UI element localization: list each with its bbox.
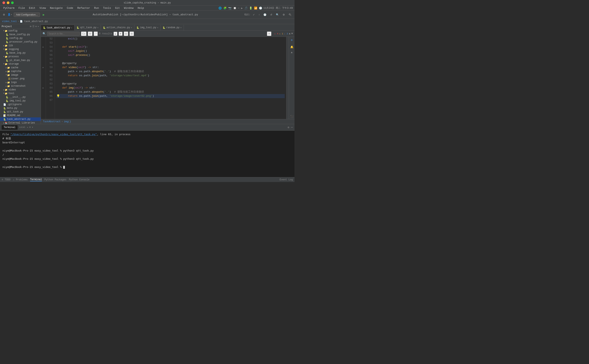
sidebar-item-meta[interactable]: 🐍 meta.py [0,106,41,110]
search-regex[interactable]: .* [94,32,98,36]
tab-close-3[interactable]: ✕ [131,26,132,29]
sidebar-item-tool[interactable]: ▼ 📁 tool [0,92,41,95]
tab-action-chains[interactable]: 🐍 action_chains.py ✕ [101,25,134,31]
terminal-tab-close[interactable]: ✕ [27,126,28,129]
sidebar-item-config[interactable]: ▼ 📁 config [0,29,41,33]
collapse-all[interactable]: ⊞ [30,25,31,28]
maximize-button[interactable] [11,1,14,4]
expand-warnings[interactable]: ▲ [289,32,291,35]
menu-code[interactable]: Code [65,6,75,10]
sidebar-item-processor-config[interactable]: 🐍 processor_config.py [0,40,41,44]
right-icon-settings[interactable]: ⚙ [289,38,294,43]
sidebar-item-cover-png[interactable]: 🖼 cover.png [0,77,41,81]
git-revert[interactable]: ↺ [269,13,273,17]
tab-qtt-task[interactable]: 🐍 qtt_task.py ✕ [74,25,101,31]
fold-line-59[interactable]: ▶ [41,65,45,70]
terminal-settings-icon[interactable]: ⚙ [288,126,289,129]
settings-gear[interactable]: ⚙ [281,13,286,17]
right-icon-expand[interactable]: ⬛ [289,114,294,119]
menu-edit[interactable]: Edit [27,6,37,10]
sidebar-item-logging[interactable]: ▼ 📁 logging [0,47,41,51]
tab-close-4[interactable]: ✕ [157,26,158,29]
settings-button[interactable]: ⚙ [2,13,6,17]
settings-sidebar[interactable]: ⚙ [35,25,37,28]
sidebar-item-img-tool[interactable]: 🐍 img_tool.py [0,99,41,103]
tab-close-5[interactable]: ✕ [180,26,181,29]
sidebar-item-lib[interactable]: ▶ 📁 lib [0,44,41,47]
sidebar-item-task-abstract[interactable]: 🐍 task_abstract.py [0,117,41,121]
sidebar-item-qtt-task[interactable]: 🐍 qtt_task.py [0,110,41,114]
bottom-item-todo[interactable]: ≡ TODO [2,178,10,181]
menu-pycharm[interactable]: PyCharm [2,6,16,10]
search-multiline[interactable]: ⊟ [124,32,128,36]
menu-run[interactable]: Run [92,6,100,10]
bottom-item-terminal[interactable]: Terminal [30,178,42,181]
sidebar-item-base-config[interactable]: 🐍 base_config.py [0,33,41,36]
tab-img-tool[interactable]: 🐍 img_tool.py ✕ [134,25,161,31]
sidebar-item-base-log[interactable]: 🐍 base_log.py [0,51,41,55]
tab-close-2[interactable]: ✕ [97,26,98,29]
search-everywhere[interactable]: 🔍 [275,13,280,17]
menu-window[interactable]: Window [122,6,135,10]
sidebar-item-cache[interactable]: ▶ 📁 cache [0,66,41,70]
terminal-file-link[interactable]: "/Users/lishiye/pythonSrc/easy_video_too… [10,133,97,136]
sidebar-item-config-py[interactable]: 🐍 config.py [0,36,41,40]
add-configuration-button[interactable]: Add Configuration... [14,13,40,17]
sidebar-item-logs[interactable]: ▶ 📁 logs [0,81,41,84]
right-icon-notifications[interactable]: 🔔 [289,45,294,50]
sidebar-item-image[interactable]: ▼ 📁 image [0,73,41,77]
terminal-close-button[interactable]: — [291,126,293,129]
breadcrumb-method[interactable]: img() [64,120,71,123]
lightbulb-icon[interactable]: 💡 [57,94,60,98]
bottom-item-packages[interactable]: Python Packages [44,178,66,181]
menu-view[interactable]: View [38,6,47,10]
menu-navigate[interactable]: Navigate [48,6,64,10]
right-icon-chevron-up[interactable]: ▲ [289,50,294,55]
sidebar-item-captcha[interactable]: ▶ 📁 captcha [0,70,41,73]
search-filter[interactable]: ⊞ [129,32,134,36]
sidebar-item-screenshot[interactable]: ▶ 📁 screenshot [0,84,41,88]
menu-git[interactable]: Git [114,6,122,10]
scroll-gutter[interactable] [286,37,289,119]
plugins-button[interactable]: 🔌 [287,13,293,17]
breadcrumb-parent[interactable]: video_tool [2,20,17,23]
bottom-item-event-log[interactable]: Event Log [279,178,293,181]
git-checkmark[interactable]: ✓ [252,13,256,17]
bottom-item-console[interactable]: Python Console [69,178,90,181]
terminal-tab-terminal[interactable]: Terminal [2,125,18,130]
search-match-case[interactable]: Cc [81,32,86,36]
fold-line-64[interactable]: ▶ [41,86,45,90]
breadcrumb-class[interactable]: TaskAbstract [43,120,60,123]
code-lines[interactable]: exit() def start(self): self.login() [55,37,286,119]
search-whole-word[interactable]: W [88,32,92,36]
tab-close-1[interactable]: ✕ [71,26,72,29]
sidebar-item-yi-dian[interactable]: 🐍 yi_dian_hao.py [0,58,41,62]
terminal-add-button[interactable]: + [29,126,31,129]
run-button[interactable]: ▶ [41,13,46,17]
menu-refactor[interactable]: Refactor [76,6,92,10]
collapse-warnings[interactable]: ▼ [291,32,293,35]
bottom-item-problems[interactable]: ⚠ Problems [13,178,28,181]
fold-line-54[interactable]: ▶ [41,45,45,49]
sidebar-item-process[interactable]: ▼ 📁 process [0,55,41,58]
sidebar-item-init[interactable]: 🐍 __init__.py [0,95,41,99]
minimize-button[interactable] [7,1,9,4]
close-sidebar[interactable]: ✕ [38,25,39,28]
menu-file[interactable]: File [17,6,26,10]
tab-random[interactable]: 🐍 random.py ✕ [161,25,184,31]
menu-help[interactable]: Help [136,6,146,10]
tab-task-abstract[interactable]: 🐍 task_abstract.py ✕ [41,25,74,31]
search-next[interactable]: ▼ [119,32,123,36]
menu-tools[interactable]: Tools [101,6,113,10]
sidebar-item-external-libs[interactable]: ▶ 📚 External Libraries [0,121,41,124]
sidebar-item-gitignore[interactable]: 📄 .gitignore [0,103,41,106]
sidebar-item-video[interactable]: ▶ 📁 video [0,88,41,92]
search-close[interactable]: ✕ [267,32,271,36]
git-history[interactable]: 🕐 [262,13,268,17]
close-button[interactable] [2,1,5,4]
sidebar-item-readme[interactable]: 📝 README.md [0,114,41,117]
sort-icon[interactable]: ☰ [32,25,35,28]
search-input[interactable] [47,32,80,36]
git-push[interactable]: ↑ [257,13,261,17]
terminal-chevron-down[interactable]: ▾ [32,126,33,129]
